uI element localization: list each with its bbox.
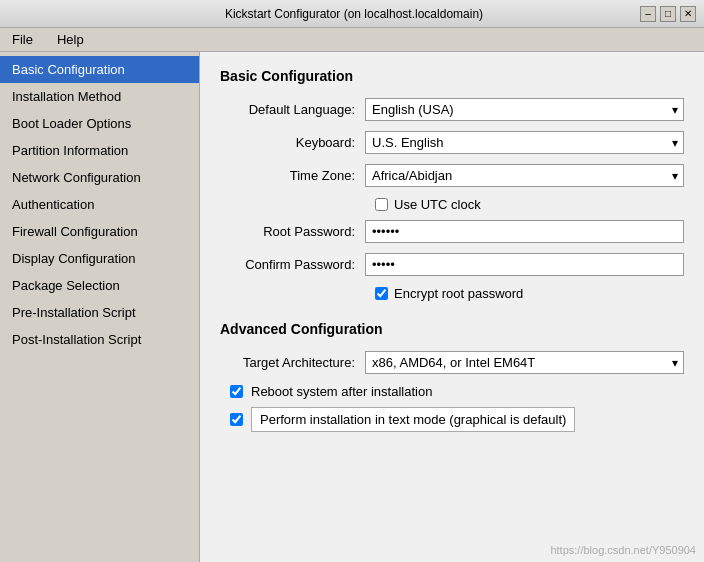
menu-file[interactable]: File [4, 30, 41, 49]
menu-help[interactable]: Help [49, 30, 92, 49]
text-mode-box: Perform installation in text mode (graph… [251, 407, 575, 432]
title-bar: Kickstart Configurator (on localhost.loc… [0, 0, 704, 28]
encrypt-password-row: Encrypt root password [375, 286, 684, 301]
sidebar: Basic Configuration Installation Method … [0, 52, 200, 562]
sidebar-item-firewall-configuration[interactable]: Firewall Configuration [0, 218, 199, 245]
text-mode-checkbox[interactable] [230, 413, 243, 426]
maximize-button[interactable]: □ [660, 6, 676, 22]
sidebar-item-boot-loader-options[interactable]: Boot Loader Options [0, 110, 199, 137]
reboot-row: Reboot system after installation [230, 384, 684, 399]
sidebar-item-partition-information[interactable]: Partition Information [0, 137, 199, 164]
sidebar-item-basic-configuration[interactable]: Basic Configuration [0, 56, 199, 83]
encrypt-password-checkbox[interactable] [375, 287, 388, 300]
watermark: https://blog.csdn.net/Y950904 [550, 544, 696, 556]
timezone-label: Time Zone: [220, 168, 365, 183]
keyboard-dropdown-wrapper: U.S. English U.S. International French [365, 131, 684, 154]
reboot-label: Reboot system after installation [251, 384, 432, 399]
sidebar-item-network-configuration[interactable]: Network Configuration [0, 164, 199, 191]
keyboard-select[interactable]: U.S. English U.S. International French [365, 131, 684, 154]
utc-clock-checkbox[interactable] [375, 198, 388, 211]
timezone-dropdown-wrapper: Africa/Abidjan Africa/Accra America/New_… [365, 164, 684, 187]
text-mode-row: Perform installation in text mode (graph… [230, 407, 684, 432]
root-password-label: Root Password: [220, 224, 365, 239]
menu-bar: File Help [0, 28, 704, 52]
advanced-config-section: Advanced Configuration Target Architectu… [220, 321, 684, 432]
content-area: Basic Configuration Default Language: En… [200, 52, 704, 562]
default-language-dropdown-wrapper: English (USA) English (UK) French German [365, 98, 684, 121]
utc-clock-label: Use UTC clock [394, 197, 481, 212]
utc-clock-row: Use UTC clock [375, 197, 684, 212]
minimize-button[interactable]: – [640, 6, 656, 22]
target-arch-label: Target Architecture: [220, 355, 365, 370]
close-button[interactable]: ✕ [680, 6, 696, 22]
timezone-row: Time Zone: Africa/Abidjan Africa/Accra A… [220, 164, 684, 187]
sidebar-item-package-selection[interactable]: Package Selection [0, 272, 199, 299]
reboot-checkbox[interactable] [230, 385, 243, 398]
confirm-password-input[interactable] [365, 253, 684, 276]
main-container: Basic Configuration Installation Method … [0, 52, 704, 562]
root-password-input[interactable] [365, 220, 684, 243]
root-password-row: Root Password: [220, 220, 684, 243]
sidebar-item-authentication[interactable]: Authentication [0, 191, 199, 218]
text-mode-label: Perform installation in text mode (graph… [260, 412, 566, 427]
title-bar-text: Kickstart Configurator (on localhost.loc… [68, 7, 640, 21]
basic-config-title: Basic Configuration [220, 68, 684, 84]
target-arch-row: Target Architecture: x86, AMD64, or Inte… [220, 351, 684, 374]
default-language-select[interactable]: English (USA) English (UK) French German [365, 98, 684, 121]
title-bar-buttons: – □ ✕ [640, 6, 696, 22]
timezone-select[interactable]: Africa/Abidjan Africa/Accra America/New_… [365, 164, 684, 187]
keyboard-label: Keyboard: [220, 135, 365, 150]
default-language-row: Default Language: English (USA) English … [220, 98, 684, 121]
sidebar-item-post-installation-script[interactable]: Post-Installation Script [0, 326, 199, 353]
target-arch-select[interactable]: x86, AMD64, or Intel EM64T x86 AMD64 IA-… [365, 351, 684, 374]
default-language-label: Default Language: [220, 102, 365, 117]
sidebar-item-pre-installation-script[interactable]: Pre-Installation Script [0, 299, 199, 326]
advanced-config-title: Advanced Configuration [220, 321, 684, 337]
sidebar-item-display-configuration[interactable]: Display Configuration [0, 245, 199, 272]
encrypt-password-label: Encrypt root password [394, 286, 523, 301]
keyboard-row: Keyboard: U.S. English U.S. Internationa… [220, 131, 684, 154]
confirm-password-label: Confirm Password: [220, 257, 365, 272]
target-arch-dropdown-wrapper: x86, AMD64, or Intel EM64T x86 AMD64 IA-… [365, 351, 684, 374]
confirm-password-row: Confirm Password: [220, 253, 684, 276]
sidebar-item-installation-method[interactable]: Installation Method [0, 83, 199, 110]
